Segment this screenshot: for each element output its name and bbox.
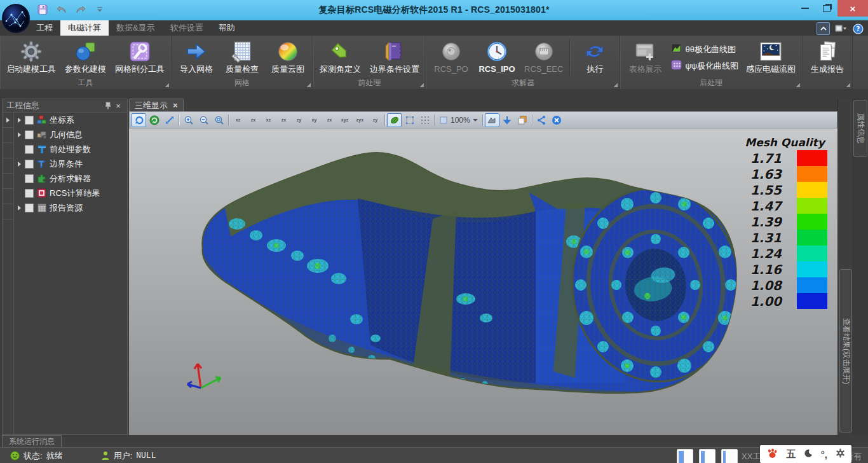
- psi-polar-chart-button[interactable]: ψψ极化曲线图: [671, 59, 738, 73]
- ime-punct-mode[interactable]: °,: [821, 449, 827, 460]
- copy-view-icon[interactable]: [515, 113, 530, 127]
- tab-help[interactable]: 帮助: [211, 20, 243, 36]
- quality-check-button[interactable]: 质量检查: [220, 37, 264, 78]
- cancel-icon[interactable]: [550, 113, 564, 127]
- checkbox[interactable]: [25, 174, 34, 183]
- tab-em-computation[interactable]: 电磁计算: [60, 20, 109, 36]
- checkbox[interactable]: [25, 130, 34, 139]
- boundary-settings-button[interactable]: 边界条件设置: [366, 37, 423, 78]
- close-tab-icon[interactable]: ×: [173, 100, 178, 110]
- view-orientation-icon[interactable]: zx: [276, 113, 291, 127]
- view-orientation-icon[interactable]: xz: [231, 113, 245, 127]
- tree-item-analysis-solver[interactable]: 分析求解器: [13, 171, 127, 186]
- expander-icon[interactable]: [18, 205, 21, 211]
- flat-shade-icon[interactable]: [402, 113, 417, 127]
- snapshot-tool-icon[interactable]: [485, 113, 499, 127]
- checkbox[interactable]: [25, 116, 34, 125]
- help-icon[interactable]: ?: [852, 23, 864, 34]
- viewport-tab-3d-display[interactable]: 三维显示 ×: [129, 99, 184, 111]
- dialog-launcher-icon[interactable]: [419, 83, 424, 87]
- layout-left-icon[interactable]: [677, 449, 693, 463]
- redo-icon[interactable]: [74, 3, 88, 17]
- view-orientation-icon[interactable]: zy: [292, 113, 306, 127]
- pin-icon[interactable]: [103, 100, 113, 111]
- tab-engineering[interactable]: 工程: [29, 20, 60, 36]
- dialog-launcher-icon[interactable]: [796, 83, 800, 87]
- layout-split-icon[interactable]: [699, 449, 715, 463]
- close-button[interactable]: ×: [837, 0, 868, 17]
- restore-button[interactable]: [816, 0, 837, 17]
- scale-tool-icon[interactable]: [162, 113, 177, 127]
- system-messages-tab[interactable]: 系统运行消息: [2, 435, 62, 447]
- tree-item-rcs-results[interactable]: RCS计算结果: [13, 186, 127, 200]
- quality-contour-button[interactable]: 质量云图: [266, 37, 310, 78]
- results-strip: 查看结果(双击展开): [837, 99, 852, 436]
- view-orientation-icon[interactable]: zyx: [353, 113, 367, 127]
- smooth-shade-icon[interactable]: [387, 113, 402, 127]
- orbit-tool-icon[interactable]: [147, 113, 161, 127]
- dialog-launcher-icon[interactable]: [306, 83, 311, 87]
- view-orientation-icon[interactable]: xy: [307, 113, 322, 127]
- tree-item-geometry-info[interactable]: 几何信息: [13, 127, 127, 142]
- meshing-tool-button[interactable]: 网格剖分工具: [111, 37, 168, 78]
- quick-access-more-icon[interactable]: [93, 3, 107, 17]
- dialog-launcher-icon[interactable]: [846, 83, 850, 87]
- table-display-button[interactable]: 表格展示: [623, 37, 667, 78]
- expander-icon[interactable]: [18, 132, 21, 137]
- view-orientation-icon[interactable]: zy: [368, 113, 383, 127]
- checkbox[interactable]: [25, 204, 34, 212]
- launch-modeling-tool-button[interactable]: 启动建模工具: [3, 37, 60, 78]
- tree-item-preprocess-params[interactable]: 前处理参数: [13, 142, 127, 156]
- zoom-in-icon[interactable]: [181, 113, 196, 127]
- wireframe-dots-icon[interactable]: [417, 113, 432, 127]
- generate-report-button[interactable]: 生成报告: [805, 37, 850, 78]
- view-orientation-icon[interactable]: xz: [261, 113, 276, 127]
- save-icon[interactable]: [36, 3, 50, 17]
- ime-wubi-mode[interactable]: 五: [786, 448, 796, 460]
- layout-right-icon[interactable]: [721, 449, 738, 463]
- checkbox[interactable]: [25, 189, 34, 198]
- ime-brand-icon[interactable]: [766, 448, 778, 460]
- properties-info-tab[interactable]: 属性信息: [853, 100, 867, 157]
- save-view-icon[interactable]: [500, 113, 515, 127]
- tab-data-display[interactable]: 数据&显示: [109, 20, 163, 36]
- close-panel-icon[interactable]: ×: [113, 100, 123, 111]
- expander-icon[interactable]: [18, 118, 21, 123]
- rotate-tool-icon[interactable]: [132, 113, 146, 127]
- ime-settings-icon[interactable]: [836, 448, 845, 460]
- undo-icon[interactable]: [55, 3, 69, 17]
- dialog-launcher-icon[interactable]: [165, 83, 169, 87]
- zoom-fit-icon[interactable]: [212, 113, 226, 127]
- solver-eec-button[interactable]: RCS_EEC: [520, 37, 567, 78]
- window-style-icon[interactable]: [835, 23, 847, 34]
- checkbox[interactable]: [25, 145, 34, 154]
- probe-angle-button[interactable]: 探测角定义: [316, 37, 365, 78]
- view-results-tab[interactable]: 查看结果(双击展开): [839, 269, 852, 432]
- zoom-out-icon[interactable]: [196, 113, 211, 127]
- parametric-modeling-button[interactable]: 参数化建模: [61, 37, 110, 78]
- share-view-icon[interactable]: [534, 113, 549, 127]
- minimize-button[interactable]: [794, 0, 816, 17]
- solver-po-button[interactable]: RCS_PO: [429, 37, 473, 78]
- view-orientation-icon[interactable]: zx: [322, 113, 337, 127]
- collapse-ribbon-icon[interactable]: [817, 22, 830, 35]
- view-orientation-icon[interactable]: xyz: [337, 113, 352, 127]
- chevron-down-icon: [473, 119, 478, 121]
- gutter-expander-icon[interactable]: [3, 113, 13, 128]
- dialog-launcher-icon[interactable]: [613, 83, 618, 87]
- theta-polar-chart-button[interactable]: θθ极化曲线图: [671, 43, 738, 57]
- view-orientation-icon[interactable]: zx: [246, 113, 261, 127]
- tree-item-coordinate-system[interactable]: 坐标系: [13, 113, 127, 127]
- tree-item-report-resources[interactable]: 报告资源: [13, 200, 127, 215]
- import-mesh-button[interactable]: 导入网格: [174, 37, 219, 78]
- tree-item-boundary-condition[interactable]: 边界条件: [13, 156, 127, 171]
- checkbox[interactable]: [25, 160, 34, 169]
- ime-moon-icon[interactable]: [804, 449, 813, 460]
- expander-icon[interactable]: [18, 162, 21, 167]
- zoom-level-dropdown[interactable]: 100%: [437, 116, 480, 125]
- induced-current-map-button[interactable]: 感应电磁流图: [742, 37, 799, 78]
- run-button[interactable]: 执行: [573, 37, 617, 78]
- render-canvas[interactable]: Mesh Quality 1.71 1.63 1.55 1.47 1.39 1.…: [129, 128, 837, 438]
- solver-ipo-button[interactable]: RCS_IPO: [475, 37, 519, 78]
- tab-software-settings[interactable]: 软件设置: [163, 20, 211, 36]
